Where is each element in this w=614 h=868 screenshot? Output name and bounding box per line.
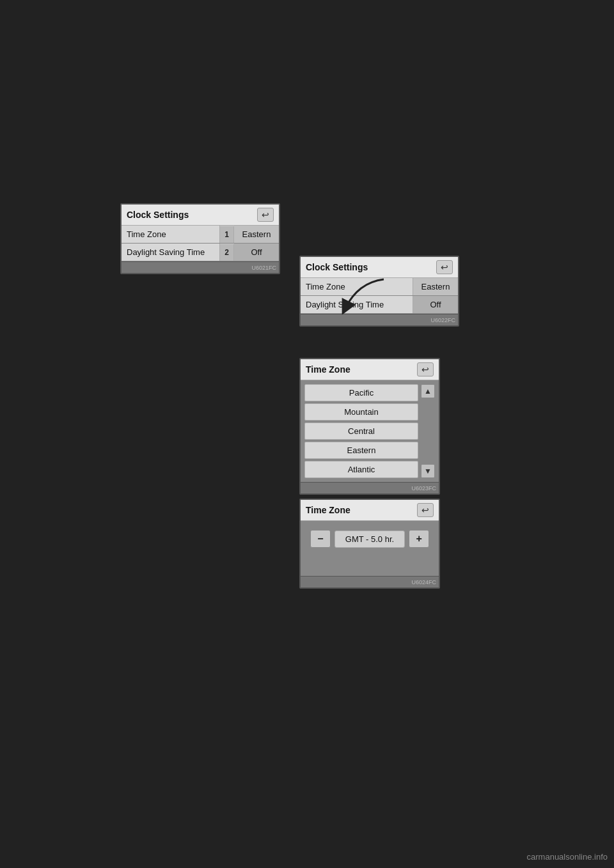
- screen3-statusbar: U6023FC: [301, 482, 439, 493]
- screen4-code: U6024FC: [411, 579, 436, 585]
- tz-item-central[interactable]: Central: [304, 422, 418, 440]
- screen3-tz-list: Pacific Mountain Central Eastern Atlanti…: [301, 380, 439, 482]
- gmt-plus-button[interactable]: +: [409, 530, 429, 548]
- screen1-timezone-value: Eastern: [234, 226, 279, 243]
- screen2-statusbar: U6022FC: [301, 314, 458, 325]
- screen4-empty-area: [301, 557, 439, 576]
- page-background: Clock Settings ↩ Time Zone 1 Eastern Day…: [0, 0, 614, 868]
- screen1-row-dst[interactable]: Daylight Saving Time 2 Off: [122, 244, 279, 261]
- screen1-timezone-label: Time Zone: [122, 226, 220, 243]
- screen1-title: Clock Settings: [127, 210, 189, 220]
- screen1-statusbar: U6021FC: [122, 261, 279, 273]
- screen2-dst-label: Daylight Saving Time: [301, 296, 413, 313]
- screen4-time-zone-gmt: Time Zone ↩ − GMT - 5.0 hr. + U6024FC: [299, 499, 440, 589]
- tz-item-atlantic[interactable]: Atlantic: [304, 461, 418, 478]
- tz-item-mountain[interactable]: Mountain: [304, 403, 418, 421]
- screen4-gmt-section: − GMT - 5.0 hr. +: [301, 521, 439, 557]
- scroll-down-button[interactable]: ▼: [421, 464, 435, 478]
- screen1-back-button[interactable]: ↩: [257, 208, 274, 222]
- screen2-header: Clock Settings ↩: [301, 257, 458, 278]
- screen1-body: Time Zone 1 Eastern Daylight Saving Time…: [122, 226, 279, 261]
- screen3-time-zone: Time Zone ↩ Pacific Mountain Central Eas…: [299, 358, 440, 495]
- gmt-display: GMT - 5.0 hr.: [335, 531, 405, 548]
- tz-item-eastern[interactable]: Eastern: [304, 442, 418, 459]
- screen2-timezone-label: Time Zone: [301, 278, 413, 295]
- scroll-up-button[interactable]: ▲: [421, 384, 435, 398]
- screen4-statusbar: U6024FC: [301, 576, 439, 587]
- gmt-minus-button[interactable]: −: [310, 530, 331, 548]
- screen4-title: Time Zone: [306, 505, 350, 515]
- screen3-tz-items: Pacific Mountain Central Eastern Atlanti…: [304, 384, 418, 478]
- screen3-scroll-btns: ▲ ▼: [421, 384, 435, 478]
- screen2-timezone-value: Eastern: [413, 278, 458, 295]
- screen2-row-timezone[interactable]: Time Zone Eastern: [301, 278, 458, 296]
- screen1-timezone-num: 1: [220, 226, 234, 243]
- screen1-row-timezone[interactable]: Time Zone 1 Eastern: [122, 226, 279, 244]
- screen1-header: Clock Settings ↩: [122, 205, 279, 226]
- screen1-dst-value: Off: [234, 244, 279, 261]
- screen2-code: U6022FC: [430, 317, 455, 323]
- screen4-back-button[interactable]: ↩: [417, 503, 434, 517]
- watermark: carmanualsonline.info: [527, 852, 608, 862]
- screen2-title: Clock Settings: [306, 262, 368, 272]
- screen2-body: Time Zone Eastern Daylight Saving Time O…: [301, 278, 458, 314]
- screen1-clock-settings: Clock Settings ↩ Time Zone 1 Eastern Day…: [120, 203, 280, 274]
- screen2-dst-value: Off: [413, 296, 458, 313]
- screen3-code: U6023FC: [411, 485, 436, 492]
- screen1-code: U6021FC: [251, 265, 276, 271]
- screen2-clock-settings: Clock Settings ↩ Time Zone Eastern Dayli…: [299, 256, 459, 327]
- screen4-header: Time Zone ↩: [301, 500, 439, 521]
- screen1-dst-num: 2: [220, 244, 234, 261]
- tz-item-pacific[interactable]: Pacific: [304, 384, 418, 401]
- screen3-header: Time Zone ↩: [301, 359, 439, 380]
- screen3-title: Time Zone: [306, 364, 350, 375]
- screen2-row-dst[interactable]: Daylight Saving Time Off: [301, 296, 458, 314]
- screen2-back-button[interactable]: ↩: [436, 260, 453, 274]
- screen1-dst-label: Daylight Saving Time: [122, 244, 220, 261]
- screen3-back-button[interactable]: ↩: [417, 362, 434, 376]
